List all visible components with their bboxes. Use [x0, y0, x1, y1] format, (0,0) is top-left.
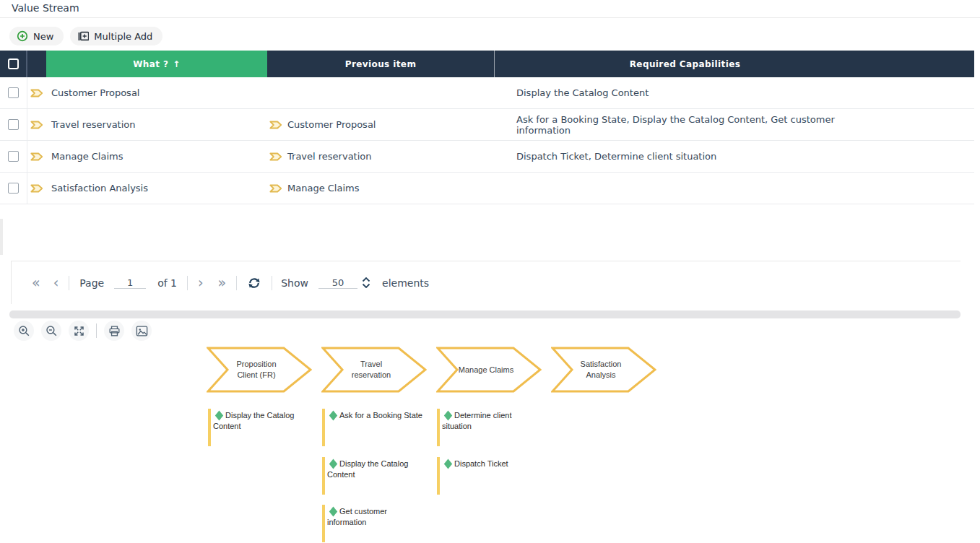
page-label: Page	[79, 277, 104, 289]
printer-icon	[108, 324, 121, 338]
zoom-out-button[interactable]	[41, 321, 61, 341]
stage-label: Travel reservation	[342, 347, 401, 393]
row-checkbox[interactable]	[8, 119, 19, 130]
sort-ascending-icon: ↑	[173, 59, 180, 69]
first-page-button[interactable]: «	[32, 276, 40, 290]
cell-previous-item[interactable]: Travel reservation	[267, 151, 494, 162]
row-type-icon-cell	[27, 152, 46, 161]
diagram-stage[interactable]: Proposition Client (FR)	[207, 347, 312, 393]
capability-diamond-icon	[329, 410, 337, 420]
table-row[interactable]: Customer Proposal Display the Catalog Co…	[0, 77, 974, 109]
diagram-stage[interactable]: Satisfaction Analysis	[551, 347, 656, 393]
column-header-what[interactable]: What ? ↑	[46, 51, 267, 77]
export-image-button[interactable]	[131, 321, 152, 341]
divider	[69, 276, 69, 290]
value-stream-icon	[269, 121, 282, 129]
diagram-toolbar	[14, 321, 152, 341]
capability-item[interactable]: Ask for a Booking State	[322, 409, 425, 446]
diagram-stage[interactable]: Manage Claims	[436, 347, 542, 393]
capability-label: Display the Catalog Content	[327, 459, 408, 479]
cell-what[interactable]: Customer Proposal	[46, 87, 267, 98]
multiple-add-button-label: Multiple Add	[94, 31, 152, 42]
stage-label: Proposition Client (FR)	[227, 347, 286, 393]
capability-label: Dispatch Ticket	[454, 459, 508, 468]
title-divider	[0, 17, 980, 18]
page-size-input[interactable]	[318, 277, 357, 289]
row-checkbox-cell	[0, 173, 27, 204]
table-row[interactable]: Satisfaction Analysis Manage Claims	[0, 173, 974, 204]
cell-required-capabilities: Display the Catalog Content	[494, 87, 875, 98]
cell-what[interactable]: Satisfaction Analysis	[46, 183, 267, 194]
page-count-label: of 1	[157, 277, 177, 289]
row-type-icon-cell	[27, 121, 46, 129]
multiple-add-button[interactable]: Multiple Add	[70, 27, 162, 45]
divider	[236, 276, 237, 290]
elements-label: elements	[382, 277, 429, 289]
capability-diamond-icon	[329, 506, 337, 516]
left-scrollbar[interactable]	[0, 219, 3, 255]
row-type-icon-cell	[27, 89, 46, 97]
value-stream-icon	[30, 121, 43, 129]
previous-item-label: Manage Claims	[287, 183, 359, 194]
cell-previous-item[interactable]: Customer Proposal	[267, 119, 494, 130]
refresh-button[interactable]	[247, 276, 261, 290]
column-header-required-capabilities[interactable]: Required Capabilities	[494, 51, 875, 77]
next-page-button[interactable]: ›	[198, 276, 204, 290]
capability-item[interactable]: Determine client situation	[437, 409, 539, 446]
cell-what[interactable]: Manage Claims	[46, 151, 267, 162]
header-icon-cell	[27, 51, 46, 77]
previous-item-label: Customer Proposal	[287, 119, 376, 130]
previous-page-button[interactable]: ‹	[53, 276, 59, 290]
capability-diamond-icon	[444, 459, 452, 469]
value-stream-icon	[30, 152, 43, 161]
row-checkbox[interactable]	[8, 183, 19, 194]
capability-item[interactable]: Dispatch Ticket	[437, 457, 539, 495]
value-stream-table: What ? ↑ Previous item Required Capabili…	[0, 51, 974, 204]
page-title: Value Stream	[12, 2, 79, 14]
toolbar: New Multiple Add	[9, 27, 162, 45]
cell-previous-item[interactable]: Manage Claims	[267, 183, 494, 194]
image-icon	[135, 324, 149, 338]
row-checkbox-cell	[0, 77, 27, 108]
capability-item[interactable]: Display the Catalog Content	[322, 457, 425, 495]
cell-what[interactable]: Travel reservation	[46, 119, 267, 130]
capability-item[interactable]: Display the Catalog Content	[208, 409, 311, 446]
column-header-previous-item[interactable]: Previous item	[267, 51, 494, 77]
row-checkbox[interactable]	[8, 151, 19, 162]
stage-label: Manage Claims	[456, 347, 516, 393]
cell-required-capabilities: Ask for a Booking State, Display the Cat…	[494, 114, 875, 136]
column-header-required-label: Required Capabilities	[630, 59, 741, 69]
plus-circle-icon	[17, 30, 28, 42]
page-number-input[interactable]	[114, 277, 146, 289]
capability-diamond-icon	[329, 459, 337, 469]
value-stream-icon	[269, 184, 282, 193]
select-all-checkbox[interactable]	[8, 58, 19, 69]
value-stream-page: Value Stream New Multiple Add	[0, 0, 980, 543]
capability-item[interactable]: Get customer information	[322, 505, 425, 542]
multiple-add-icon	[77, 30, 89, 42]
stage-label: Satisfaction Analysis	[571, 347, 630, 393]
last-page-button[interactable]: »	[218, 276, 227, 290]
print-button[interactable]	[104, 321, 124, 341]
capability-diamond-icon	[444, 410, 452, 420]
fit-to-screen-button[interactable]	[69, 321, 89, 341]
zoom-in-button[interactable]	[14, 321, 34, 341]
zoom-out-icon	[45, 324, 58, 338]
value-stream-icon	[269, 152, 282, 161]
row-checkbox-cell	[0, 109, 27, 140]
table-row[interactable]: Travel reservation Customer Proposal Ask…	[0, 109, 974, 141]
row-checkbox[interactable]	[8, 87, 19, 98]
divider	[187, 276, 188, 290]
previous-item-label: Travel reservation	[287, 151, 372, 162]
capability-label: Ask for a Booking State	[339, 411, 422, 420]
diagram-horizontal-scrollbar[interactable]	[9, 310, 961, 318]
divider	[272, 276, 272, 290]
table-row[interactable]: Manage Claims Travel reservation Dispatc…	[0, 141, 974, 173]
diagram-stage[interactable]: Travel reservation	[321, 347, 427, 393]
page-size-stepper[interactable]	[362, 277, 370, 288]
new-button[interactable]: New	[9, 27, 64, 45]
zoom-in-icon	[17, 324, 31, 338]
paginator: « ‹ Page of 1 › » Show elements	[11, 261, 961, 304]
capability-diamond-icon	[215, 410, 223, 420]
value-stream-icon	[30, 184, 43, 193]
